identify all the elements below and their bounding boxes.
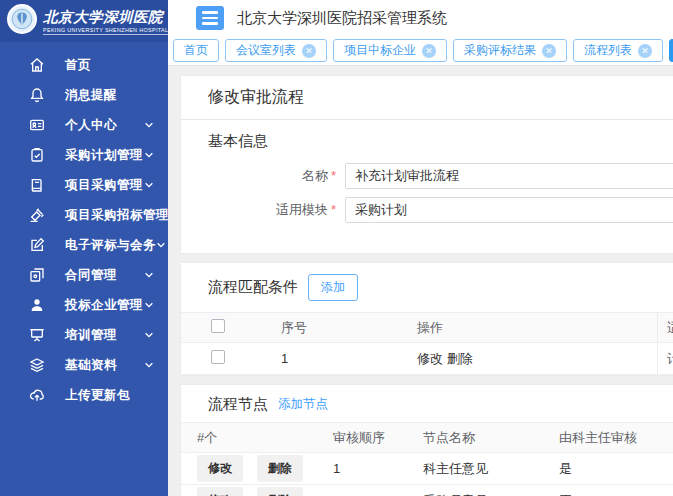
tab-bar: 首页 会议室列表 ✕ 项目中标企业 ✕ 采购评标结果 ✕ 流程列表 ✕ 流程 ✕ <box>168 36 673 66</box>
tab-process[interactable]: 流程 ✕ <box>669 39 673 62</box>
topbar: 北京大学深圳医院招采管理系统 <box>168 0 673 36</box>
sidebar-item-messages[interactable]: 消息提醒 <box>0 80 168 110</box>
id-card-icon <box>28 117 45 134</box>
cell-clipped: 计 <box>657 350 673 368</box>
sidebar-item-label: 项目采购管理 <box>65 177 143 194</box>
table-row: 修改 删除 1 科主任意见 是 <box>181 453 673 485</box>
chevron-down-icon <box>144 300 154 310</box>
sidebar-item-label: 项目采购招标管理 <box>65 207 168 224</box>
main-area: 北京大学深圳医院招采管理系统 首页 会议室列表 ✕ 项目中标企业 ✕ 采购评标结… <box>168 0 673 496</box>
close-icon[interactable]: ✕ <box>638 44 652 58</box>
modify-button[interactable]: 修改 <box>197 487 243 496</box>
match-conditions-panel: 流程匹配条件 添加 序号 操作 适 1 修改 <box>180 262 673 376</box>
chevron-down-icon <box>144 330 154 340</box>
sidebar-item-label: 消息提醒 <box>65 87 117 104</box>
sidebar-item-upload-package[interactable]: 上传更新包 <box>0 380 168 410</box>
table-row: 修改 删除 2 采购员意见 否 <box>181 485 673 496</box>
modify-link[interactable]: 修改 <box>417 351 443 366</box>
hospital-name: 北京大学深圳医院 PEKING UNIVERSITY SHENZHEN HOSP… <box>43 8 168 35</box>
sidebar-item-e-evaluation[interactable]: 电子评标与会务 <box>0 230 168 260</box>
chevron-down-icon <box>144 270 154 280</box>
name-field-label: 名称* <box>181 167 336 185</box>
edit-document-icon <box>28 237 45 254</box>
chevron-down-icon <box>144 120 154 130</box>
sidebar-item-training[interactable]: 培训管理 <box>0 320 168 350</box>
app-window: 北京大学深圳医院 PEKING UNIVERSITY SHENZHEN HOSP… <box>0 0 673 496</box>
name-field[interactable] <box>345 163 673 189</box>
tab-evaluation-results[interactable]: 采购评标结果 ✕ <box>453 39 567 62</box>
required-mark: * <box>331 202 336 217</box>
sidebar-item-label: 投标企业管理 <box>65 297 143 314</box>
close-icon[interactable]: ✕ <box>542 44 556 58</box>
column-header-clipped: 适 <box>657 319 673 337</box>
tab-label: 会议室列表 <box>236 42 296 59</box>
sidebar-item-label: 首页 <box>65 57 91 74</box>
column-header-dept-head: 由科主任审核 <box>559 429 673 447</box>
table-row: 1 修改 删除 计 <box>181 343 673 375</box>
gavel-icon <box>28 207 45 224</box>
cell-name: 采购员意见 <box>423 492 559 496</box>
user-icon <box>28 297 45 314</box>
tab-home[interactable]: 首页 <box>173 39 219 62</box>
sidebar-toggle-button[interactable] <box>196 6 224 30</box>
form-row-module: 适用模块* <box>181 197 673 223</box>
sidebar-item-project-bidding[interactable]: 项目采购招标管理 <box>0 200 168 230</box>
sidebar-item-label: 合同管理 <box>65 267 117 284</box>
column-header-seq: 序号 <box>281 319 417 337</box>
module-field[interactable] <box>345 197 673 223</box>
cell-actions: 修改 删除 <box>417 350 657 368</box>
sidebar-item-label: 基础资料 <box>65 357 117 374</box>
chevron-down-icon <box>156 240 166 250</box>
close-icon[interactable]: ✕ <box>302 44 316 58</box>
add-node-link[interactable]: 添加节点 <box>278 396 328 413</box>
layers-icon <box>28 357 45 374</box>
column-header-actions: 操作 <box>417 319 657 337</box>
hospital-emblem-icon <box>7 4 37 38</box>
cell-dept-head-review: 是 <box>559 460 673 478</box>
sidebar-item-home[interactable]: 首页 <box>0 50 168 80</box>
add-condition-button[interactable]: 添加 <box>308 274 358 301</box>
basic-info-panel: 修改审批流程 基本信息 名称* 适用模块* <box>180 75 673 254</box>
tab-label: 首页 <box>184 42 208 59</box>
basic-info-section-title: 基本信息 <box>181 120 673 163</box>
tab-label: 采购评标结果 <box>464 42 536 59</box>
match-conditions-table: 序号 操作 适 1 修改 删除 计 <box>181 312 673 375</box>
table-header-row: #个 审核顺序 节点名称 由科主任审核 <box>181 422 673 453</box>
sidebar-item-procurement-plan[interactable]: 采购计划管理 <box>0 140 168 170</box>
form-row-name: 名称* <box>181 163 673 189</box>
cell-order: 1 <box>333 461 423 476</box>
sidebar-item-label: 培训管理 <box>65 327 117 344</box>
sidebar-item-project-procurement[interactable]: 项目采购管理 <box>0 170 168 200</box>
delete-button[interactable]: 删除 <box>257 487 303 496</box>
match-conditions-header: 流程匹配条件 添加 <box>181 263 673 312</box>
tab-meeting-room-list[interactable]: 会议室列表 ✕ <box>225 39 327 62</box>
modify-button[interactable]: 修改 <box>197 455 243 482</box>
presentation-icon <box>28 327 45 344</box>
sidebar-item-basic-data[interactable]: 基础资料 <box>0 350 168 380</box>
sidebar-item-contract[interactable]: 合同管理 <box>0 260 168 290</box>
basic-info-form: 名称* 适用模块* <box>181 163 673 253</box>
row-checkbox[interactable] <box>211 350 225 364</box>
column-divider <box>657 312 658 375</box>
cell-dept-head-review: 否 <box>559 492 673 496</box>
select-all-checkbox[interactable] <box>211 319 225 333</box>
sidebar-item-bidder-management[interactable]: 投标企业管理 <box>0 290 168 320</box>
tab-winning-bidders[interactable]: 项目中标企业 ✕ <box>333 39 447 62</box>
delete-button[interactable]: 删除 <box>257 455 303 482</box>
module-field-label: 适用模块* <box>181 201 336 219</box>
tab-process-list[interactable]: 流程列表 ✕ <box>573 39 663 62</box>
cloud-upload-icon <box>28 387 45 404</box>
sidebar-item-personal-center[interactable]: 个人中心 <box>0 110 168 140</box>
sidebar: 北京大学深圳医院 PEKING UNIVERSITY SHENZHEN HOSP… <box>0 0 168 496</box>
process-nodes-header: 流程节点 添加节点 <box>181 385 673 422</box>
close-icon[interactable]: ✕ <box>422 44 436 58</box>
sidebar-item-label: 个人中心 <box>65 117 117 134</box>
delete-link[interactable]: 删除 <box>447 351 473 366</box>
column-header-index: #个 <box>197 429 333 447</box>
sidebar-item-label: 上传更新包 <box>65 387 130 404</box>
hospital-name-cn: 北京大学深圳医院 <box>43 8 168 27</box>
contract-icon <box>28 267 45 284</box>
hospital-name-en: PEKING UNIVERSITY SHENZHEN HOSPITAL <box>43 27 168 35</box>
tab-label: 项目中标企业 <box>344 42 416 59</box>
chevron-down-icon <box>144 360 154 370</box>
